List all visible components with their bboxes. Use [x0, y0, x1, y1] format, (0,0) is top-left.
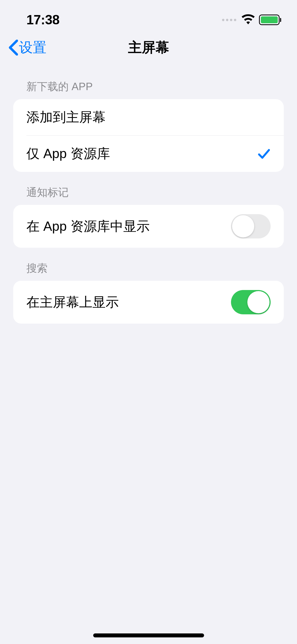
checkmark-icon: [257, 147, 271, 160]
row-label: 在 App 资源库中显示: [26, 218, 150, 235]
row-show-on-home: 在主屏幕上显示: [13, 281, 284, 324]
wifi-icon: [242, 14, 255, 25]
toggle-show-on-home[interactable]: [231, 290, 271, 314]
page-title: 主屏幕: [128, 38, 169, 57]
toggle-show-in-app-library[interactable]: [231, 214, 271, 238]
row-label: 在主屏幕上显示: [26, 293, 119, 311]
section-group-badges: 在 App 资源库中显示: [13, 205, 284, 248]
status-time: 17:38: [26, 12, 59, 27]
option-add-to-home[interactable]: 添加到主屏幕: [13, 99, 284, 135]
section-header-search: 搜索: [0, 248, 297, 281]
back-label: 设置: [19, 38, 46, 57]
section-group-search: 在主屏幕上显示: [13, 281, 284, 324]
cellular-signal-icon: [222, 19, 236, 21]
navigation-bar: 设置 主屏幕: [0, 34, 297, 66]
option-label: 添加到主屏幕: [26, 108, 106, 126]
home-indicator[interactable]: [93, 633, 204, 637]
section-group-new-apps: 添加到主屏幕 仅 App 资源库: [13, 99, 284, 172]
section-header-badges: 通知标记: [0, 172, 297, 205]
status-indicators: [222, 14, 281, 25]
row-show-in-app-library: 在 App 资源库中显示: [13, 205, 284, 248]
status-bar: 17:38: [0, 0, 297, 34]
option-label: 仅 App 资源库: [26, 145, 110, 163]
section-header-new-apps: 新下载的 APP: [0, 66, 297, 99]
back-button[interactable]: 设置: [8, 38, 46, 57]
option-app-library-only[interactable]: 仅 App 资源库: [13, 136, 284, 172]
chevron-back-icon: [8, 40, 18, 56]
battery-icon: [259, 15, 281, 25]
